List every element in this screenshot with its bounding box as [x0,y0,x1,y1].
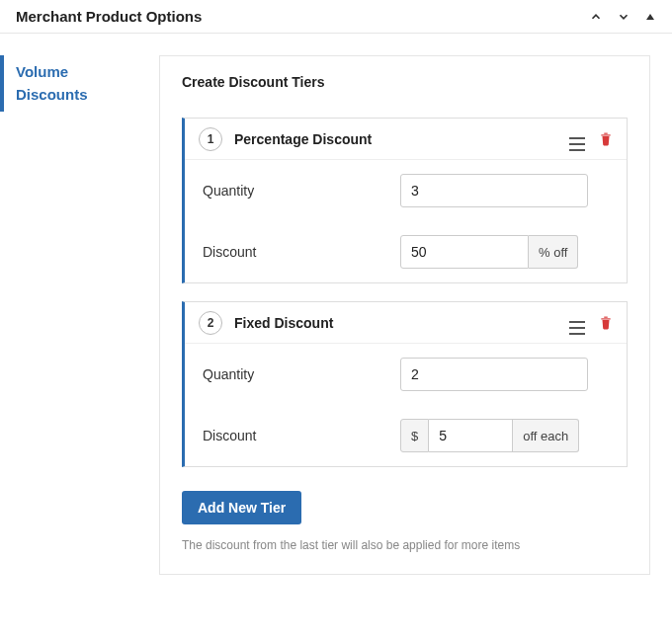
drag-handle[interactable] [569,310,585,335]
tier-index-badge: 1 [199,127,222,151]
discount-row: Discount $ off each [185,405,627,466]
collapse-button[interactable] [644,11,656,23]
section-header: Merchant Product Options [0,0,672,34]
quantity-row: Quantity [185,160,627,221]
svg-rect-3 [601,318,610,319]
chevron-up-icon [589,10,603,24]
move-down-button[interactable] [617,10,630,24]
hamburger-icon [569,137,585,151]
header-controls [589,10,656,24]
quantity-label: Quantity [203,183,400,199]
trash-icon [599,315,613,331]
panel-title: Create Discount Tiers [182,74,628,90]
svg-rect-1 [601,134,610,135]
discount-label: Discount [203,244,400,260]
tier-title: Percentage Discount [234,131,569,147]
svg-rect-2 [604,132,608,133]
discount-tiers-panel: Create Discount Tiers 1 Percentage Disco… [159,55,650,575]
tier-title: Fixed Discount [234,315,569,331]
discount-input[interactable] [429,419,513,452]
currency-prefix: $ [400,419,429,452]
sidebar: Volume Discounts [0,55,153,112]
delete-tier-button[interactable] [599,131,613,147]
sidebar-tab-volume-discounts[interactable]: Volume Discounts [0,55,153,112]
svg-rect-4 [604,316,608,317]
discount-tier: 2 Fixed Discount Quantity Disco [182,301,628,467]
tier-index-badge: 2 [199,311,222,335]
trash-icon [599,131,613,147]
delete-tier-button[interactable] [599,315,613,331]
tier-header: 2 Fixed Discount [185,302,627,344]
chevron-down-icon [617,10,630,24]
add-new-tier-button[interactable]: Add New Tier [182,491,301,524]
section-title: Merchant Product Options [16,8,202,25]
quantity-row: Quantity [185,344,627,405]
off-each-suffix: off each [513,419,579,452]
percent-off-suffix: % off [529,235,578,269]
quantity-input[interactable] [400,358,588,391]
triangle-up-icon [644,11,656,23]
quantity-label: Quantity [203,366,400,382]
discount-label: Discount [203,428,400,443]
discount-row: Discount % off [185,221,627,282]
hamburger-icon [569,321,585,335]
svg-marker-0 [646,14,654,20]
discount-input[interactable] [400,235,529,269]
quantity-input[interactable] [400,174,588,207]
tier-note: The discount from the last tier will als… [182,538,628,552]
discount-tier: 1 Percentage Discount Quantity [182,118,628,283]
move-up-button[interactable] [589,10,603,24]
drag-handle[interactable] [569,126,585,151]
tier-header: 1 Percentage Discount [185,119,627,160]
